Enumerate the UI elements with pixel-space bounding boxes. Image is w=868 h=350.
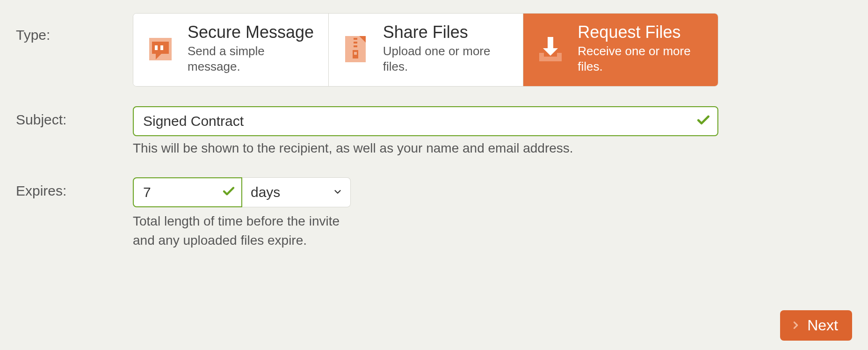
label-subject: Subject:: [16, 106, 133, 128]
checkmark-icon: [222, 184, 236, 200]
type-option-desc: Receive one or more files.: [578, 44, 706, 75]
checkmark-icon: [696, 113, 711, 130]
expires-unit-value: days: [251, 184, 280, 200]
expires-input-group: days: [133, 177, 351, 207]
expires-unit-select[interactable]: days: [242, 177, 351, 207]
type-option-title: Share Files: [383, 23, 511, 42]
type-option-request-files[interactable]: Request Files Receive one or more files.: [523, 14, 718, 86]
svg-rect-3: [155, 45, 158, 50]
expires-hint: Total length of time before the invite a…: [133, 212, 353, 250]
svg-rect-16: [557, 53, 562, 58]
type-option-desc: Send a simple message.: [188, 44, 316, 75]
svg-rect-9: [354, 45, 357, 47]
label-expires: Expires:: [16, 177, 133, 199]
next-button-label: Next: [807, 317, 838, 334]
field-subject: This will be shown to the recipient, as …: [133, 106, 852, 156]
svg-rect-8: [354, 42, 357, 44]
chevron-down-icon: [333, 184, 343, 200]
svg-rect-15: [539, 53, 544, 58]
svg-rect-11: [354, 52, 357, 55]
type-option-secure-message[interactable]: Secure Message Send a simple message.: [133, 14, 328, 86]
file-request-form: Type: Secure Message: [0, 0, 868, 250]
subject-input-wrap: [133, 106, 718, 136]
type-option-title: Secure Message: [188, 23, 316, 42]
row-subject: Subject: This will be shown to the recip…: [16, 106, 852, 156]
download-tray-icon: [535, 34, 565, 64]
label-type: Type:: [16, 13, 133, 43]
type-option-title: Request Files: [578, 23, 706, 42]
svg-rect-4: [160, 45, 163, 50]
zip-file-icon: [341, 34, 371, 64]
type-option-desc: Upload one or more files.: [383, 44, 511, 75]
subject-input[interactable]: [133, 106, 718, 136]
chevron-right-icon: [790, 317, 801, 334]
svg-marker-13: [543, 48, 558, 56]
subject-hint: This will be shown to the recipient, as …: [133, 141, 852, 156]
message-icon: [145, 34, 175, 64]
expires-number-wrap: [133, 177, 242, 207]
field-expires: days Total length of time before the inv…: [133, 177, 852, 250]
type-option-group: Secure Message Send a simple message.: [133, 13, 718, 87]
field-type: Secure Message Send a simple message.: [133, 13, 852, 87]
svg-rect-7: [354, 38, 357, 40]
row-expires: Expires: days Total length of time befor…: [16, 177, 852, 250]
next-button[interactable]: Next: [780, 310, 852, 341]
svg-rect-12: [548, 37, 553, 48]
row-type: Type: Secure Message: [16, 13, 852, 87]
type-option-share-files[interactable]: Share Files Upload one or more files.: [328, 14, 523, 86]
